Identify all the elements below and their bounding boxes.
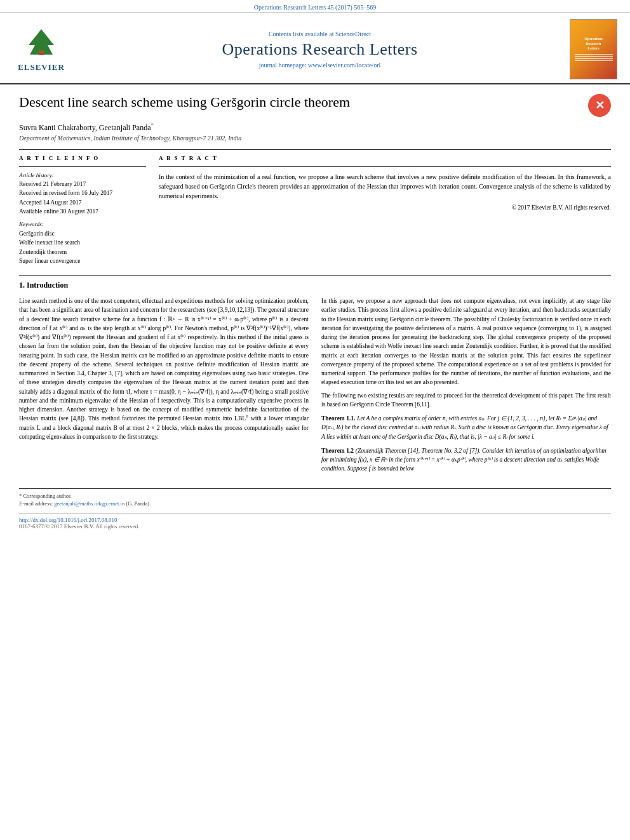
theorem-11-title: Theorem 1.1. — [321, 415, 355, 422]
intro-transition-text: The following two existing results are r… — [321, 391, 611, 410]
cover-decoration — [575, 53, 613, 62]
theorem-1-1: Theorem 1.1. Let A be a complex matrix o… — [321, 414, 611, 441]
keywords-label: Keywords: — [19, 221, 146, 227]
author-names: Suvra Kanti Chakraborty, Geetanjali Pand… — [19, 123, 151, 132]
abstract-text: In the context of the minimization of a … — [159, 172, 611, 201]
copyright: © 2017 Elsevier B.V. All rights reserved… — [159, 204, 611, 211]
intro-right-text: In this paper, we propose a new approach… — [321, 297, 611, 387]
keyword-0: Geršgorin disc — [19, 229, 146, 238]
homepage-link[interactable]: www.elsevier.com/locate/orl — [308, 62, 380, 69]
abstract-label: A B S T R A C T — [159, 155, 611, 161]
theorem-11-text: Let A be a complex matrix of order n, wi… — [321, 415, 608, 440]
theorem-1-2: Theorem 1.2 (Zoutendijk Theorem [14], Th… — [321, 446, 611, 474]
intro-number: 1. — [19, 281, 25, 290]
elsevier-logo: ELSEVIER — [13, 26, 70, 72]
email-label: E-mail address: — [19, 500, 53, 507]
elsevier-logo-image — [16, 26, 67, 61]
body-columns: Line search method is one of the most co… — [19, 297, 611, 479]
author-star: * — [151, 122, 154, 128]
homepage-label: journal homepage: — [259, 62, 307, 69]
body-col-left: Line search method is one of the most co… — [19, 297, 309, 479]
history-item-3: Available online 30 August 2017 — [19, 208, 146, 216]
divider-info — [19, 166, 146, 167]
history-item-1: Received in revised form 16 July 2017 — [19, 189, 146, 197]
top-banner: Operations Research Letters 45 (2017) 56… — [0, 0, 630, 13]
intro-title: Introduction — [27, 281, 68, 290]
history-item-0: Received 21 February 2017 — [19, 180, 146, 189]
journal-center: Contents lists available at ScienceDirec… — [70, 30, 570, 69]
keyword-3: Super linear convergence — [19, 257, 146, 265]
crossmark-icon: ✕ — [588, 94, 611, 117]
intro-heading: 1. Introduction — [19, 281, 611, 290]
sciencedirect-link[interactable]: ScienceDirect — [335, 30, 371, 37]
email-note: (G. Panda). — [126, 500, 151, 507]
divider-abstract — [159, 166, 611, 167]
journal-cover-image: OperationsResearchLetters — [570, 19, 617, 79]
affiliation: Department of Mathematics, Indian Instit… — [19, 135, 611, 142]
footnote-section: * Corresponding author. E-mail address: … — [19, 488, 611, 509]
elsevier-text-label: ELSEVIER — [18, 62, 65, 72]
journal-homepage: journal homepage: www.elsevier.com/locat… — [70, 62, 570, 69]
footnote-corresponding: * Corresponding author. — [19, 493, 71, 499]
article-info-col: A R T I C L E I N F O Article history: R… — [19, 155, 146, 265]
doi-issn: 0167-6377/© 2017 Elsevier B.V. All right… — [19, 523, 611, 530]
history-item-2: Accepted 14 August 2017 — [19, 199, 146, 207]
divider-2 — [19, 275, 611, 276]
body-col-right: In this paper, we propose a new approach… — [321, 297, 611, 479]
main-content: Descent line search scheme using Geršgor… — [0, 84, 630, 539]
footnote-star: * Corresponding author. — [19, 492, 611, 500]
doi-section: http://dx.doi.org/10.1016/j.orl.2017.08.… — [19, 513, 611, 530]
footnote-email: E-mail address: geetanjali@maths.iitkgp.… — [19, 500, 611, 508]
theorem-12-title: Theorem 1.2 — [321, 448, 354, 454]
article-info-label: A R T I C L E I N F O — [19, 155, 146, 161]
article-title: Descent line search scheme using Geršgor… — [19, 94, 582, 110]
keyword-1: Wolfe inexact line search — [19, 238, 146, 247]
intro-left-text: Line search method is one of the most co… — [19, 297, 309, 441]
divider-1 — [19, 149, 611, 150]
svg-rect-2 — [39, 50, 44, 55]
journal-citation: Operations Research Letters 45 (2017) 56… — [254, 4, 376, 11]
cover-title: OperationsResearchLetters — [584, 37, 603, 51]
email-address[interactable]: geetanjali@maths.iitkgp.ernet.in — [54, 500, 124, 507]
history-label: Article history: — [19, 172, 146, 178]
authors-line: Suvra Kanti Chakraborty, Geetanjali Pand… — [19, 122, 611, 133]
contents-label: Contents lists available at — [269, 30, 333, 37]
crossmark-badge: ✕ — [588, 94, 611, 117]
doi-link[interactable]: http://dx.doi.org/10.1016/j.orl.2017.08.… — [19, 517, 611, 523]
contents-line: Contents lists available at ScienceDirec… — [70, 30, 570, 37]
abstract-col: A B S T R A C T In the context of the mi… — [159, 155, 611, 265]
article-title-section: Descent line search scheme using Geršgor… — [19, 94, 611, 117]
journal-header: ELSEVIER Contents lists available at Sci… — [0, 13, 630, 84]
theorem-12-text: (Zoutendijk Theorem [14], Theorem No. 3.… — [321, 448, 606, 472]
journal-title: Operations Research Letters — [70, 40, 570, 59]
page-wrapper: Operations Research Letters 45 (2017) 56… — [0, 0, 630, 539]
article-info-abstract: A R T I C L E I N F O Article history: R… — [19, 155, 611, 265]
keyword-2: Zoutendijk theorem — [19, 248, 146, 257]
